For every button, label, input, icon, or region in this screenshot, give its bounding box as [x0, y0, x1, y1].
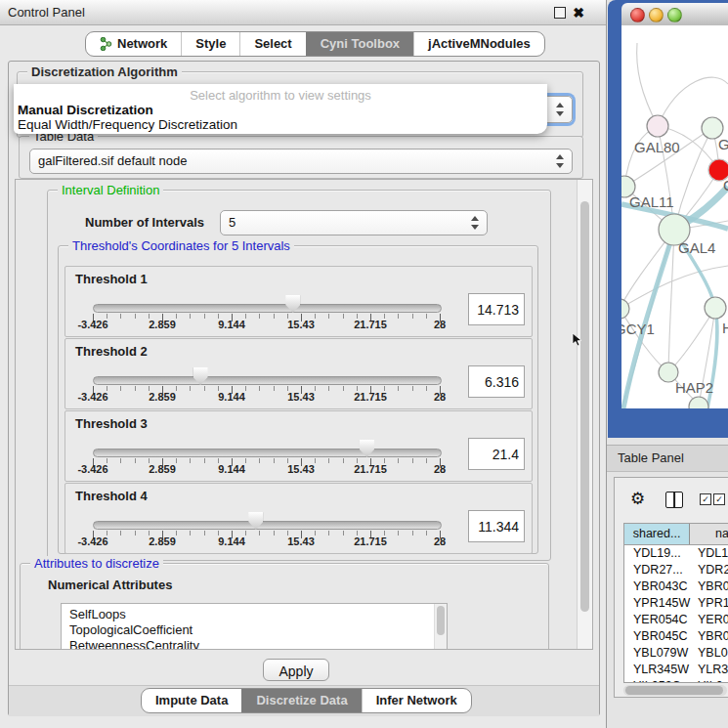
- list-item[interactable]: BetweennessCentrality: [62, 638, 447, 650]
- table-cell[interactable]: YER054C: [624, 612, 693, 628]
- mouse-cursor: [572, 332, 582, 351]
- tick-label: -3.426: [77, 463, 107, 475]
- node-h[interactable]: [705, 297, 726, 319]
- table-cell[interactable]: YDR27...: [624, 562, 693, 578]
- table-row[interactable]: YLR345WYLR3: [624, 662, 728, 678]
- table-cell[interactable]: YBR0: [693, 578, 728, 595]
- network-canvas[interactable]: GAL80 GA C GAL11 GAL4 GCY1 H HAP2: [621, 25, 728, 408]
- table-row[interactable]: YDL19...YDL1: [624, 545, 728, 562]
- threshold-3-slider-track[interactable]: [93, 449, 442, 457]
- tab-jactivemnodules[interactable]: jActiveMNodules: [413, 32, 544, 56]
- threshold-2-slider-track[interactable]: [93, 376, 442, 385]
- threshold-1-value-field[interactable]: [468, 293, 525, 325]
- slider-tick-labels: -3.426 2.859 9.144 15.43 21.715 28: [65, 463, 532, 477]
- table-row[interactable]: YIL052CYIL0: [624, 678, 728, 683]
- algorithm-option-manual-discretization[interactable]: Manual Discretization: [18, 103, 153, 117]
- scrollbar-thumb[interactable]: [437, 606, 445, 635]
- table-cell[interactable]: YBL079W: [624, 645, 693, 662]
- network-view-window: GAL80 GA C GAL11 GAL4 GCY1 H HAP2: [608, 0, 728, 438]
- tab-infer-network[interactable]: Infer Network: [362, 689, 471, 712]
- tab-select[interactable]: Select: [239, 32, 305, 56]
- node-gal80[interactable]: [647, 115, 668, 137]
- threshold-4-label: Threshold 4: [75, 489, 148, 503]
- tick-label: 2.859: [149, 391, 176, 403]
- table-cell[interactable]: YIL0: [693, 678, 728, 683]
- threshold-4-slider-track[interactable]: [93, 521, 442, 530]
- list-item[interactable]: TopologicalCoefficient: [62, 622, 447, 638]
- table-data-combobox[interactable]: galFiltered.sif default node: [29, 149, 573, 174]
- checkbox-icon[interactable]: ✓: [700, 493, 711, 505]
- threshold-1-slider-track[interactable]: [93, 304, 442, 313]
- threshold-1-box: Threshold 1 -3.426 2.859 9.144 15.43 21.…: [64, 266, 533, 337]
- table-row[interactable]: YBR045CYBR0: [624, 628, 728, 645]
- table-cell[interactable]: YPR1: [693, 595, 728, 612]
- app-root: Control Panel ✖ Network Style Select Cyn…: [0, 0, 728, 728]
- table-cell[interactable]: YDR2: [693, 562, 728, 578]
- threshold-3-value-field[interactable]: [468, 438, 525, 470]
- table-row[interactable]: YBR043CYBR0: [624, 578, 728, 595]
- settings-scroll-area: Interval Definition Number of Intervals …: [15, 179, 593, 650]
- numerical-attributes-list: SelfLoops TopologicalCoefficient Between…: [61, 603, 448, 650]
- algorithm-option-equal-width-frequency[interactable]: Equal Width/Frequency Discretization: [18, 117, 237, 132]
- node-bottom-partial[interactable]: [689, 397, 708, 408]
- table-cell[interactable]: YER0: [693, 612, 728, 628]
- table-cell[interactable]: YDL1: [693, 545, 728, 562]
- table-horizontal-scrollbar[interactable]: [623, 685, 727, 696]
- table-cell[interactable]: YBL0: [693, 645, 728, 662]
- table-cell[interactable]: YIL052C: [624, 678, 693, 683]
- scrollbar-thumb[interactable]: [625, 686, 723, 695]
- column-header-shared-name[interactable]: shared...: [624, 524, 690, 544]
- interval-definition-group-title: Interval Definition: [58, 183, 163, 197]
- tab-impute-data[interactable]: Impute Data: [142, 689, 241, 712]
- threshold-3-label: Threshold 3: [75, 416, 148, 431]
- node-gcy1[interactable]: [621, 299, 629, 319]
- table-cell[interactable]: YBR045C: [624, 628, 693, 645]
- table-row[interactable]: YBL079WYBL0: [624, 645, 728, 662]
- close-icon[interactable]: ✖: [573, 3, 584, 22]
- table-cell[interactable]: YBR0: [693, 628, 728, 645]
- threshold-4-value-field[interactable]: [468, 510, 525, 542]
- node-attribute-table: shared... na YDL19...YDL1 YDR27...YDR2 Y…: [623, 523, 728, 683]
- control-panel-title: Control Panel: [8, 0, 85, 24]
- tab-discretize-data-label: Discretize Data: [256, 689, 347, 712]
- table-cell[interactable]: YLR3: [693, 662, 728, 678]
- tab-network-label: Network: [117, 32, 167, 56]
- tab-network[interactable]: Network: [86, 32, 181, 56]
- apply-button[interactable]: Apply: [263, 659, 329, 681]
- checkbox-icon[interactable]: ✓: [713, 493, 725, 505]
- list-item[interactable]: SelfLoops: [62, 604, 447, 622]
- close-traffic-light[interactable]: [630, 8, 645, 22]
- table-row[interactable]: YDR27...YDR2: [624, 562, 728, 578]
- attributes-group-title: Attributes to discretize: [30, 556, 163, 571]
- gear-icon[interactable]: ⚙: [630, 490, 645, 509]
- tick-label: 21.715: [354, 391, 387, 403]
- zoom-traffic-light[interactable]: [667, 8, 682, 22]
- number-of-intervals-combobox[interactable]: 5: [220, 210, 488, 236]
- interval-definition-group: Interval Definition Number of Intervals …: [47, 190, 551, 561]
- table-cell[interactable]: YLR345W: [624, 662, 693, 678]
- table-cell[interactable]: YPR145W: [624, 595, 693, 612]
- threshold-2-value-field[interactable]: [468, 365, 525, 398]
- table-cell[interactable]: YBR043C: [624, 578, 693, 595]
- attributes-group: Attributes to discretize Numerical Attri…: [20, 563, 549, 650]
- tab-discretize-data[interactable]: Discretize Data: [241, 689, 361, 712]
- thresholds-group-title: Threshold's Coordinates for 5 Intervals: [68, 238, 294, 253]
- algorithm-dropdown-prompt: Select algorithm to view settings: [14, 88, 547, 103]
- columns-icon[interactable]: [665, 492, 683, 508]
- threshold-2-label: Threshold 2: [75, 344, 148, 359]
- table-row[interactable]: YER054CYER0: [624, 612, 728, 628]
- settings-scrollbar[interactable]: [577, 180, 592, 649]
- tab-cyni-toolbox[interactable]: Cyni Toolbox: [306, 32, 413, 56]
- minimize-traffic-light[interactable]: [649, 8, 664, 22]
- scrollbar-thumb[interactable]: [580, 201, 589, 612]
- column-header-name[interactable]: na: [690, 524, 728, 544]
- node-label-gal11: GAL11: [629, 193, 674, 210]
- table-cell[interactable]: YDL19...: [624, 545, 693, 562]
- tick-label: 15.43: [287, 463, 315, 475]
- tick-label: 28: [434, 319, 446, 330]
- tab-infer-network-label: Infer Network: [376, 689, 457, 712]
- float-window-icon[interactable]: [554, 7, 566, 19]
- attributes-list-scrollbar[interactable]: [434, 604, 447, 650]
- tab-style[interactable]: Style: [181, 32, 239, 56]
- table-row[interactable]: YPR145WYPR1: [624, 595, 728, 612]
